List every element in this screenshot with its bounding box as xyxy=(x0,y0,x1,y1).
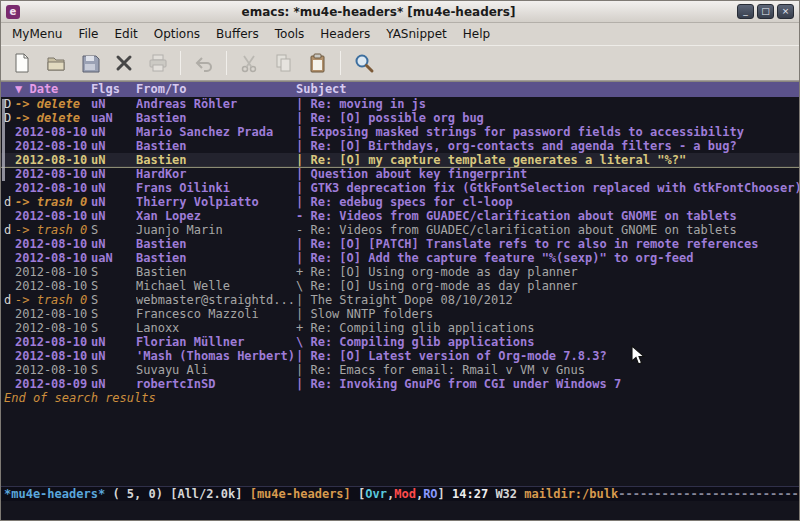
tool-bar xyxy=(1,45,799,81)
message-row[interactable]: D-> deleteuNAndreas Röhler| Re: moving i… xyxy=(1,97,799,111)
cell-date: 2012-08-10 xyxy=(15,181,91,195)
message-row[interactable]: 2012-08-10uNHardKor| Question about key … xyxy=(1,167,799,181)
cell-from: Thierry Volpiatto xyxy=(136,195,296,209)
cell-subject: | Re: Emacs for email: Rmail v VM v Gnus xyxy=(296,363,799,377)
modeline-segment: 14:27 xyxy=(452,487,495,501)
cell-flags: uN xyxy=(91,377,136,391)
new-file-button[interactable] xyxy=(6,49,37,78)
cell-date: 2012-08-09 xyxy=(15,377,91,391)
minimize-button[interactable]: _ xyxy=(737,4,754,19)
close-button[interactable]: × xyxy=(777,4,794,19)
close-buffer-button[interactable] xyxy=(108,49,139,78)
cell-mark xyxy=(1,377,15,391)
message-row[interactable]: 2012-08-10SFrancesco Mazzoli| Slow NNTP … xyxy=(1,307,799,321)
cell-flags: uN xyxy=(91,181,136,195)
mode-line[interactable]: *mu4e-headers* ( 5, 0) [All/2.0k] [mu4e-… xyxy=(1,486,799,501)
menu-item-yasnippet[interactable]: YASnippet xyxy=(378,24,455,44)
cell-date: 2012-08-10 xyxy=(15,153,91,167)
modeline-segment: [mu4e-headers] xyxy=(250,487,358,501)
cell-date: 2012-08-10 xyxy=(15,125,91,139)
search-icon xyxy=(353,52,375,74)
toolbar-separator xyxy=(226,51,227,75)
menu-item-tools[interactable]: Tools xyxy=(267,24,313,44)
cell-flags: uN xyxy=(91,139,136,153)
cut-button[interactable] xyxy=(234,49,265,78)
message-row[interactable]: 2012-08-10uNBastien| Re: [O] Birthdays, … xyxy=(1,139,799,153)
cell-flags: S xyxy=(91,363,136,377)
cell-date: 2012-08-10 xyxy=(15,251,91,265)
open-file-button[interactable] xyxy=(40,49,71,78)
cell-mark: d xyxy=(1,195,15,209)
cell-mark xyxy=(1,349,15,363)
message-row[interactable]: 2012-08-10SMichael Welle\ Re: [O] Using … xyxy=(1,279,799,293)
cell-from: Bastien xyxy=(136,251,296,265)
header-date-col: ▼ Date xyxy=(15,82,91,97)
cell-from: Juanjo Marin xyxy=(136,223,296,237)
search-button[interactable] xyxy=(348,49,379,78)
message-row[interactable]: 2012-08-10uNBastien| Re: [O] my capture … xyxy=(1,153,799,167)
copy-button[interactable] xyxy=(268,49,299,78)
buffer-area[interactable]: ▼ Date Flgs From/To Subject D-> deleteuN… xyxy=(1,81,799,486)
menu-item-headers[interactable]: Headers xyxy=(312,24,378,44)
minibuffer[interactable] xyxy=(1,501,799,520)
modeline-segment: RO xyxy=(423,487,437,501)
menu-item-help[interactable]: Help xyxy=(455,24,498,44)
message-row[interactable]: 2012-08-10uNFlorian Müllner\ Re: Compili… xyxy=(1,335,799,349)
undo-icon xyxy=(193,52,215,74)
copy-icon xyxy=(273,52,295,74)
cell-mark xyxy=(1,209,15,223)
cell-flags: S xyxy=(91,307,136,321)
message-row[interactable]: 2012-08-10SBastien+ Re: [O] Using org-mo… xyxy=(1,265,799,279)
message-row[interactable]: d-> trash 0Swebmaster@straightd...| The … xyxy=(1,293,799,307)
message-row[interactable]: 2012-08-10uNMario Sanchez Prada| Exposin… xyxy=(1,125,799,139)
cell-from: Suvayu Ali xyxy=(136,363,296,377)
cell-from: Bastien xyxy=(136,153,296,167)
toolbar-separator xyxy=(180,51,181,75)
header-mark-col xyxy=(1,82,15,97)
cell-subject: | Question about key fingerprint xyxy=(296,167,799,181)
cell-subject: | Re: [O] [PATCH] Translate refs to rc a… xyxy=(296,237,799,251)
cell-from: Francesco Mazzoli xyxy=(136,307,296,321)
message-row[interactable]: 2012-08-10SSuvayu Ali| Re: Emacs for ema… xyxy=(1,363,799,377)
cell-subject: - Re: Videos from GUADEC/clarification a… xyxy=(296,209,799,223)
print-buffer-button[interactable] xyxy=(142,49,173,78)
message-row[interactable]: 2012-08-10uNBastien| Re: [O] [PATCH] Tra… xyxy=(1,237,799,251)
message-row[interactable]: d-> trash 0uNThierry Volpiatto| Re: edeb… xyxy=(1,195,799,209)
message-row[interactable]: 2012-08-10SLanoxx+ Re: Compiling glib ap… xyxy=(1,321,799,335)
menu-item-mymenu[interactable]: MyMenu xyxy=(4,24,70,44)
window-icon[interactable]: e xyxy=(6,5,20,19)
cell-flags: S xyxy=(91,293,136,307)
header-line: ▼ Date Flgs From/To Subject xyxy=(1,82,799,97)
message-row[interactable]: 2012-08-10uaNBastien| Re: [O] Add the ca… xyxy=(1,251,799,265)
message-row[interactable]: 2012-08-09uNrobertcInSD| Re: Invoking Gn… xyxy=(1,377,799,391)
end-of-results: End of search results xyxy=(1,391,799,405)
cell-from: Florian Müllner xyxy=(136,335,296,349)
cell-flags: uaN xyxy=(91,251,136,265)
scrollbar-thumb[interactable] xyxy=(2,99,5,181)
menu-item-buffers[interactable]: Buffers xyxy=(208,24,267,44)
save-buffer-button[interactable] xyxy=(74,49,105,78)
cell-date: 2012-08-10 xyxy=(15,363,91,377)
titlebar[interactable]: e emacs: *mu4e-headers* [mu4e-headers] _… xyxy=(1,1,799,23)
cell-mark xyxy=(1,321,15,335)
undo-button[interactable] xyxy=(188,49,219,78)
message-row[interactable]: 2012-08-10uN'Mash (Thomas Herbert)| Re: … xyxy=(1,349,799,363)
maximize-button[interactable]: □ xyxy=(757,4,774,19)
window-title: emacs: *mu4e-headers* [mu4e-headers] xyxy=(20,5,737,19)
cell-from: 'Mash (Thomas Herbert) xyxy=(136,349,296,363)
cell-from: HardKor xyxy=(136,167,296,181)
menu-item-file[interactable]: File xyxy=(70,24,106,44)
cell-flags: uN xyxy=(91,125,136,139)
message-row[interactable]: 2012-08-10uNXan Lopez- Re: Videos from G… xyxy=(1,209,799,223)
menu-item-options[interactable]: Options xyxy=(146,24,208,44)
message-row[interactable]: D-> deleteuaNBastien| Re: [O] possible o… xyxy=(1,111,799,125)
paste-button[interactable] xyxy=(302,49,333,78)
message-row[interactable]: 2012-08-10uNFrans Oilinki| GTK3 deprecat… xyxy=(1,181,799,195)
menu-item-edit[interactable]: Edit xyxy=(107,24,146,44)
cell-flags: uN xyxy=(91,335,136,349)
message-row[interactable]: d-> trash 0SJuanjo Marin- Re: Videos fro… xyxy=(1,223,799,237)
cell-from: Andreas Röhler xyxy=(136,97,296,111)
modeline-segment: ] xyxy=(438,487,452,501)
cell-subject: | GTK3 deprecation fix (GtkFontSelection… xyxy=(296,181,799,195)
cell-subject: | Re: edebug specs for cl-loop xyxy=(296,195,799,209)
